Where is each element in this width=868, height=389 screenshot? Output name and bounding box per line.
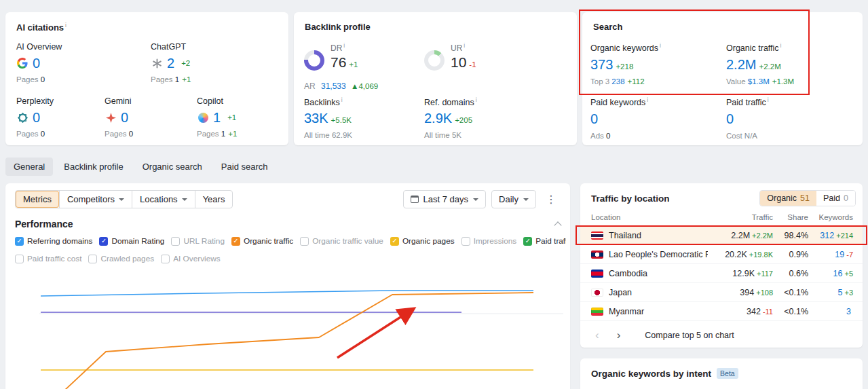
organic-keywords-value[interactable]: 373 — [590, 57, 613, 72]
performance-line-chart — [12, 270, 563, 389]
traffic-value-link[interactable]: $1.3M — [748, 77, 770, 86]
paid-keywords-block: Paid keywordsi 0 Ads 0 — [590, 96, 719, 140]
pages-count: 0 — [129, 130, 133, 138]
prev-page-icon[interactable]: ‹ — [591, 328, 603, 342]
checkbox-checked — [99, 237, 108, 246]
metric-organic-traffic[interactable]: Organic traffic — [231, 236, 293, 246]
keywords-by-intent-title: Organic keywords by intent — [591, 369, 711, 379]
ref-domains-label: Ref. domains — [424, 98, 474, 107]
organic-keywords-block: Organic keywordsi 373+218 Top 3 238+112 — [590, 42, 719, 86]
myanmar-flag-icon — [591, 308, 603, 316]
table-row-japan[interactable]: Japan 394+108 <0.1% 5+3 — [580, 283, 863, 302]
location-link[interactable]: Cambodia — [609, 269, 647, 278]
organic-toggle[interactable]: Organic51 — [760, 191, 816, 206]
metric-impressions[interactable]: Impressions — [461, 236, 517, 246]
metric-paid-traffic-cost[interactable]: Paid traffic cost — [15, 254, 81, 263]
calendar-icon — [411, 196, 419, 203]
perplexity-count[interactable]: 0 — [33, 110, 40, 125]
backlinks-label: Backlinks — [304, 98, 340, 107]
ref-domains-value[interactable]: 2.9K — [424, 111, 452, 126]
tab-general[interactable]: General — [5, 158, 53, 176]
metric-toggles-row-1: Referring domains Domain Rating URL Rati… — [15, 236, 566, 246]
backlinks-value[interactable]: 33K — [304, 111, 328, 126]
keywords-link[interactable]: 16 — [833, 269, 843, 278]
pages-label: Pages — [16, 75, 39, 84]
table-row-myanmar[interactable]: Myanmar 342-11 <0.1% 3 — [580, 302, 863, 321]
keywords-link[interactable]: 5 — [838, 288, 843, 297]
series-organic-traffic — [64, 293, 533, 389]
top3-value[interactable]: 238 — [611, 77, 624, 86]
ai-citations-card: AI citationsi AI Overview 0 Pages 0 Chat… — [5, 12, 288, 145]
next-page-icon[interactable]: › — [613, 328, 625, 342]
metric-ai-overviews[interactable]: AI Overviews — [161, 254, 221, 263]
metric-url-rating[interactable]: URL Rating — [171, 236, 225, 246]
info-icon: i — [343, 42, 345, 49]
info-icon: i — [341, 96, 343, 103]
metric-crawled-pages[interactable]: Crawled pages — [88, 254, 154, 263]
chatgpt-icon — [151, 57, 163, 69]
paid-traffic-value[interactable]: 0 — [726, 111, 734, 126]
pages-label: Pages — [151, 75, 173, 84]
checkbox-unchecked — [461, 237, 470, 246]
organic-traffic-value[interactable]: 2.2M — [726, 57, 756, 72]
ur-label: UR — [451, 43, 462, 53]
collapse-chevron-icon[interactable] — [554, 221, 561, 229]
location-link[interactable]: Thailand — [609, 231, 641, 240]
table-row-thailand[interactable]: Thailand 2.2M+2.2M 98.4% 312+214 — [580, 226, 863, 245]
locations-dropdown[interactable]: Locations — [132, 191, 195, 208]
gemini-block: Gemini 0 Pages 0 — [105, 96, 194, 138]
metric-referring-domains[interactable]: Referring domains — [15, 236, 92, 246]
dr-block: DRi 76+1 — [331, 42, 358, 71]
metric-toggles-row-2: Paid traffic cost Crawled pages AI Overv… — [15, 254, 566, 263]
backlink-profile-title: Backlink profile — [305, 22, 371, 32]
backlink-profile-card: Backlink profile DRi 76+1 AR 31,533 ▲4,0… — [294, 12, 577, 145]
table-row-cambodia[interactable]: Cambodia 12.9K+117 0.6% 16+5 — [580, 264, 863, 283]
keywords-link[interactable]: 3 — [846, 307, 851, 316]
ai-overview-count[interactable]: 0 — [33, 56, 40, 71]
competitors-dropdown[interactable]: Competitors — [59, 191, 132, 208]
traffic-by-location-title: Traffic by location — [591, 193, 670, 204]
copilot-icon — [197, 111, 209, 124]
info-icon: i — [464, 42, 465, 49]
location-link[interactable]: Japan — [609, 288, 632, 297]
keywords-link[interactable]: 19 — [835, 250, 844, 259]
tab-organic-search[interactable]: Organic search — [134, 158, 210, 176]
location-link[interactable]: Myanmar — [609, 307, 644, 316]
table-row-laos[interactable]: Lao People's Democratic Reput 20.2K+19.8… — [580, 245, 863, 264]
compare-top5-button[interactable]: Compare top 5 on chart — [645, 331, 734, 340]
laos-flag-icon — [591, 251, 603, 259]
tab-paid-search[interactable]: Paid search — [213, 158, 276, 176]
location-link[interactable]: Lao People's Democratic Reput — [609, 250, 708, 259]
chatgpt-label: ChatGPT — [151, 42, 240, 52]
metric-organic-traffic-value[interactable]: Organic traffic value — [300, 236, 383, 246]
copilot-label: Copilot — [197, 96, 286, 106]
metrics-button[interactable]: Metrics — [16, 191, 59, 208]
metrics-button-group: Metrics Competitors Locations Years — [15, 190, 233, 208]
info-icon: i — [647, 96, 648, 103]
thailand-flag-icon — [591, 231, 603, 240]
metric-paid-traffic[interactable]: Paid traffic — [523, 236, 566, 246]
gemini-count[interactable]: 0 — [121, 110, 128, 125]
info-icon: i — [768, 96, 769, 103]
tab-backlink-profile[interactable]: Backlink profile — [56, 158, 131, 176]
metric-organic-pages[interactable]: Organic pages — [390, 236, 455, 246]
paid-keywords-value[interactable]: 0 — [590, 111, 598, 126]
report-tabs: General Backlink profile Organic search … — [5, 158, 276, 176]
copilot-count[interactable]: 1 — [213, 110, 221, 125]
years-button[interactable]: Years — [195, 191, 233, 208]
paid-toggle[interactable]: Paid0 — [816, 191, 855, 206]
granularity-dropdown[interactable]: Daily — [491, 190, 536, 208]
chatgpt-count[interactable]: 2 — [167, 56, 174, 71]
ar-label: AR — [304, 81, 316, 91]
perplexity-block: Perplexity 0 Pages 0 — [16, 96, 106, 138]
performance-panel: Metrics Competitors Locations Years Last… — [5, 183, 570, 389]
ai-citations-title: AI citationsi — [16, 22, 67, 33]
kebab-menu-icon[interactable]: ⋮ — [542, 191, 561, 207]
ads-count: 0 — [606, 132, 610, 140]
info-icon: i — [476, 96, 477, 103]
dr-donut — [304, 50, 324, 71]
ar-value[interactable]: 31,533 — [321, 81, 346, 91]
keywords-link[interactable]: 312 — [820, 231, 834, 240]
metric-domain-rating[interactable]: Domain Rating — [99, 236, 164, 246]
date-range-dropdown[interactable]: Last 7 days — [403, 190, 487, 208]
